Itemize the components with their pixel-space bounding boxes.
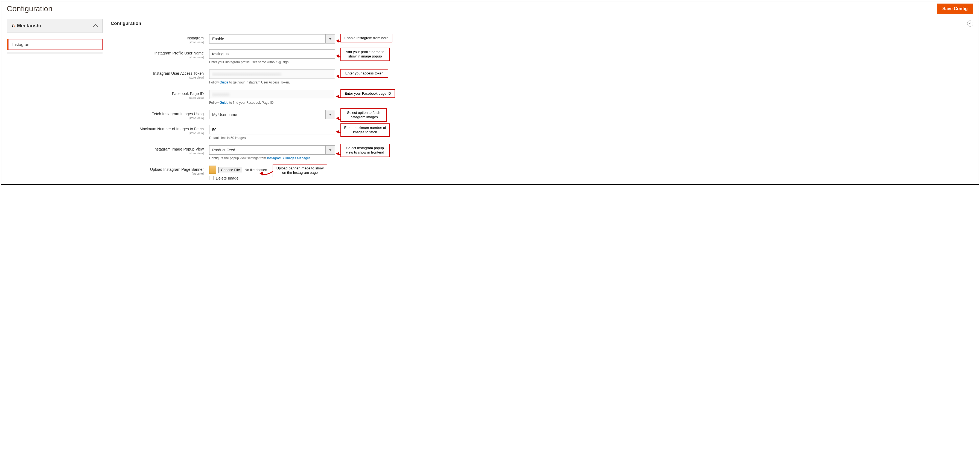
field-help: Follow Guide to get your Instagram User … [209,80,335,84]
instagram-enable-select[interactable]: Enable [209,34,335,43]
field-facebook-page-id: Facebook Page ID [store view] Follow Gui… [111,90,973,105]
field-help: Follow Guide to find your Facebook Page … [209,101,335,105]
guide-link[interactable]: Guide [220,80,228,84]
popup-view-select[interactable]: Product Feed [209,145,335,155]
field-scope: [store view] [111,96,204,99]
sidebar-divider [7,52,103,54]
fetch-using-select[interactable]: My User name [209,110,335,119]
select-value: Enable [212,37,224,41]
sidebar-brand-name: Meetanshi [17,23,41,29]
field-scope: [store view] [111,116,204,120]
field-popup-view: Instagram Image Popup View [store view] … [111,145,973,160]
callout: Enter your Facebook page ID [340,89,395,98]
guide-link[interactable]: Guide [220,101,228,105]
field-help: Configure the popup view settings from I… [209,156,335,160]
field-help: Enter your Instagram profile user name w… [209,60,335,64]
field-instagram-enable: Instagram [store view] Enable Enable Ins… [111,34,973,44]
profile-user-input[interactable] [209,49,335,59]
collapse-section-button[interactable] [967,21,973,27]
max-images-input[interactable] [209,125,335,134]
section-title: Configuration [111,21,141,26]
field-scope: [store view] [111,56,204,59]
sidebar-item-label: Instagram [12,42,30,47]
chevron-down-icon [325,110,335,119]
field-fetch-using: Fetch Instagram Images Using [store view… [111,110,973,120]
svg-marker-1 [336,54,339,58]
content: Configuration Instagram [store view] Ena… [111,19,973,182]
banner-thumbnail[interactable] [209,166,216,174]
save-config-button[interactable]: Save Config [937,3,973,14]
field-label: Fetch Instagram Images Using [151,112,204,116]
callout: Enable Instagram from here [340,34,392,42]
field-scope: [store view] [111,131,204,135]
chevron-up-icon [93,24,98,30]
callout: Add your profile name to show in image p… [340,48,390,61]
callout: Select Instagram popup view to show in f… [340,144,390,157]
field-profile-user: Instagram Profile User Name [store view]… [111,49,973,64]
page-title: Configuration [7,4,52,13]
field-scope: [store view] [111,40,204,44]
facebook-page-id-input[interactable] [209,90,335,99]
callout: Upload banner image to show on the Insta… [273,164,327,177]
delete-image-label: Delete Image [216,176,239,180]
field-label: Instagram Image Popup View [154,147,204,151]
sidebar-item-instagram[interactable]: Instagram [7,39,103,50]
callout: Enter your access token [340,69,388,78]
field-label: Maximum Number of Images to Fetch [140,127,204,131]
svg-marker-3 [336,95,339,99]
sidebar: /\ Meetanshi Instagram [7,19,103,182]
field-help: Default limit is 50 images. [209,136,335,140]
choose-file-button[interactable]: Choose File [218,167,242,173]
field-max-images: Maximum Number of Images to Fetch [store… [111,125,973,140]
chevron-down-icon [325,35,335,43]
delete-image-checkbox[interactable] [209,176,213,180]
images-manager-link[interactable]: Instagram > Images Manager [267,156,310,160]
brand-logo-icon: /\ [12,23,15,29]
svg-marker-5 [336,130,339,134]
field-access-token: Instagram User Access Token [store view]… [111,70,973,84]
field-scope: [store view] [111,76,204,79]
svg-marker-0 [336,39,339,43]
field-label: Facebook Page ID [172,91,204,96]
field-label: Instagram [187,36,204,40]
callout: Enter maximum number of images to fetch [340,123,390,137]
access-token-input[interactable] [209,70,335,79]
chevron-down-icon [325,145,335,154]
no-file-text: No file chosen [245,168,267,172]
field-label: Instagram User Access Token [153,71,204,75]
select-value: Product Feed [212,148,235,152]
chevron-up-icon [969,22,972,26]
field-scope: [store view] [111,152,204,155]
field-label: Instagram Profile User Name [154,51,204,55]
select-value: My User name [212,112,237,117]
sidebar-section-meetanshi[interactable]: /\ Meetanshi [7,19,103,33]
field-label: Upload Instagram Page Banner [150,167,204,172]
svg-marker-2 [336,74,339,78]
callout: Select option to fetch Instagram images [340,109,387,122]
field-upload-banner: Upload Instagram Page Banner [website] C… [111,166,973,180]
field-scope: [website] [111,172,204,175]
svg-marker-4 [336,117,339,120]
svg-marker-6 [336,152,339,156]
